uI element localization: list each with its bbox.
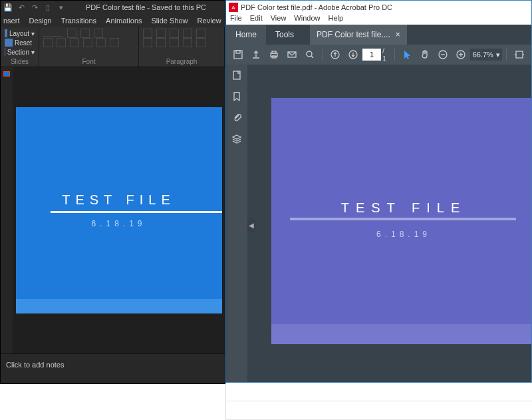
start-show-icon[interactable]: ▯ [43,3,53,12]
close-tab-icon[interactable]: × [396,30,400,39]
zoom-value: 66.7% [473,51,493,59]
layers-icon[interactable] [231,134,242,146]
email-icon[interactable] [284,47,301,62]
save-icon[interactable] [230,47,247,62]
menu-view[interactable]: View [271,14,287,25]
ribbon-group-font: Font [39,27,139,67]
reset-label: Reset [15,39,32,47]
font-row-1 [43,29,134,38]
svg-point-6 [307,51,312,57]
tab-insert[interactable]: nsert [3,17,19,25]
slide-canvas[interactable]: TEST FILE 6.18.19 [13,67,225,353]
work-area: TEST FILE 6.18.19 [1,67,225,353]
pdf-page-1[interactable]: TEST FILE 6.18.19 [271,98,531,344]
tab-slideshow[interactable]: Slide Show [152,17,188,25]
fit-width-icon[interactable] [511,47,527,62]
layout-button[interactable]: Layout▾ [5,29,35,38]
slide-footer-band [16,299,222,314]
export-icon[interactable] [248,47,265,62]
qat-more-icon[interactable]: ▾ [57,3,66,12]
search-icon[interactable] [302,47,319,62]
svg-rect-0 [234,51,242,59]
reset-button[interactable]: Reset [5,38,35,47]
zoom-out-icon[interactable] [434,47,451,62]
print-icon[interactable] [266,47,283,62]
group-label-paragraph: Paragraph [143,58,220,65]
list-row [226,401,532,420]
notes-pane[interactable]: Click to add notes [1,353,225,383]
layout-icon [5,29,7,37]
page-title: TEST FILE [271,200,531,216]
menu-edit[interactable]: Edit [250,14,263,25]
hand-tool-icon[interactable] [417,47,434,62]
menu-file[interactable]: File [230,14,242,25]
svg-rect-3 [272,51,276,53]
tab-design[interactable]: Design [29,17,51,25]
list-row [226,383,532,401]
ribbon: Layout▾ Reset Section▾ Slides Font Parag… [1,27,225,67]
page-subtitle: 6.18.19 [271,230,531,239]
reset-icon [5,39,13,47]
undo-icon[interactable]: ↶ [17,3,26,12]
thumbnails-icon[interactable] [231,70,242,82]
nav-rail [226,65,247,382]
menu-help[interactable]: Help [328,14,343,25]
toolbar: / 1 66.7%▾ [226,45,531,65]
group-label-slides: Slides [5,58,35,65]
para-row-2 [143,38,220,47]
save-icon[interactable]: 💾 [3,3,13,12]
tab-home[interactable]: Home [226,25,266,45]
attachment-icon[interactable] [232,112,241,124]
separator [322,49,323,61]
redo-icon[interactable]: ↷ [30,3,39,12]
font-row-2 [43,38,134,47]
document-tab[interactable]: PDF Color test file.... × [310,25,407,45]
tab-transitions[interactable]: Transitions [61,17,96,25]
slide-thumbnail-1[interactable] [3,71,10,77]
window-title: PDF Color test file - Saved to this PC [70,3,222,11]
pdf-app-icon: A [229,3,238,12]
slide-1[interactable]: TEST FILE 6.18.19 [16,107,222,314]
svg-rect-1 [236,51,240,53]
background-area [225,383,532,420]
separator [506,49,507,61]
ribbon-group-paragraph: Paragraph [139,27,225,67]
separator [394,49,395,61]
zoom-in-icon[interactable] [452,47,469,62]
document-area: ◀ TEST FILE 6.18.19 [226,65,531,382]
chevron-down-icon: ▾ [31,49,35,56]
group-label-font: Font [43,58,134,65]
window-title: PDF Color test file.pdf - Adobe Acrobat … [241,3,392,11]
next-page-icon[interactable] [344,47,361,62]
chevron-down-icon: ▾ [31,30,35,37]
svg-rect-11 [516,51,523,58]
page-footer-band [271,324,531,344]
prev-page-icon[interactable] [327,47,343,62]
tab-animations[interactable]: Animations [106,17,142,25]
tab-bar: Home Tools PDF Color test file.... × [226,25,531,45]
slide-subtitle: 6.18.19 [16,219,222,228]
collapse-rail-icon[interactable]: ◀ [247,218,255,232]
tab-review[interactable]: Review [198,17,221,25]
section-label: Section [7,49,29,56]
menu-window[interactable]: Window [294,14,320,25]
title-bar: A PDF Color test file.pdf - Adobe Acroba… [226,1,531,14]
tab-tools[interactable]: Tools [266,25,303,45]
svg-rect-12 [233,71,240,79]
notes-placeholder: Click to add notes [6,361,64,369]
bookmark-icon[interactable] [232,91,241,103]
zoom-combobox[interactable]: 66.7%▾ [470,49,502,61]
selection-tool-icon[interactable] [399,47,416,62]
menu-bar: File Edit View Window Help [226,14,531,25]
ribbon-group-slides: Layout▾ Reset Section▾ Slides [1,27,39,67]
page-number-input[interactable] [362,49,381,61]
page-count: / 1 [382,47,390,63]
powerpoint-window: 💾 ↶ ↷ ▯ ▾ PDF Color test file - Saved to… [0,0,225,384]
section-button[interactable]: Section▾ [5,47,35,57]
document-tab-label: PDF Color test file.... [317,30,390,39]
page-divider [290,218,516,220]
ribbon-tabs: nsert Design Transitions Animations Slid… [1,14,225,27]
page-stage[interactable]: ◀ TEST FILE 6.18.19 [247,65,531,382]
layout-label: Layout [9,30,29,37]
thumbnail-rail[interactable] [1,67,13,353]
